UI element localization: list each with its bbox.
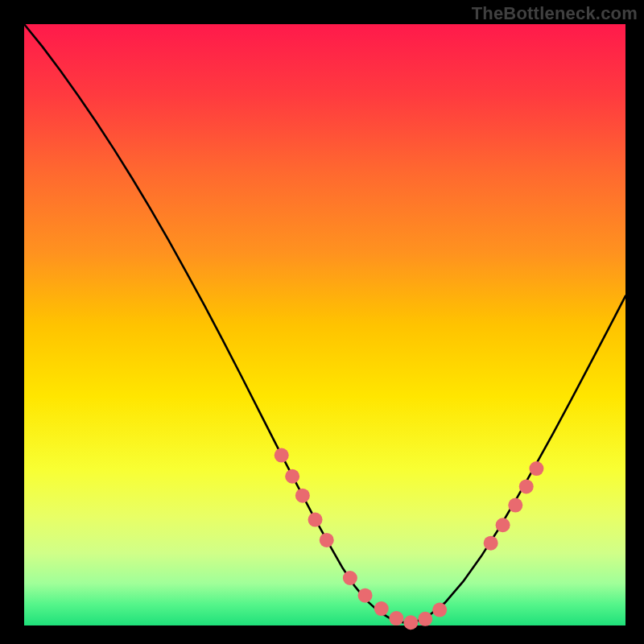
- curve-marker: [529, 461, 543, 476]
- curve-marker: [374, 601, 389, 616]
- curve-marker: [389, 611, 403, 625]
- curve-marker: [432, 603, 447, 617]
- curve-marker: [496, 518, 510, 532]
- curve-marker: [295, 489, 310, 503]
- curve-marker: [403, 615, 418, 630]
- curve-marker: [358, 588, 373, 603]
- curve-marker: [308, 513, 323, 527]
- curve-marker: [508, 498, 522, 513]
- chart-frame: TheBottleneck.com: [0, 0, 644, 644]
- curve-marker: [418, 612, 432, 626]
- watermark-label: TheBottleneck.com: [472, 3, 638, 24]
- curve-marker: [343, 571, 357, 585]
- bottleneck-chart: [0, 0, 644, 644]
- curve-marker: [484, 536, 498, 551]
- curve-marker: [519, 479, 534, 493]
- curve-marker: [320, 533, 334, 547]
- curve-marker: [275, 448, 289, 463]
- curve-marker: [285, 469, 299, 484]
